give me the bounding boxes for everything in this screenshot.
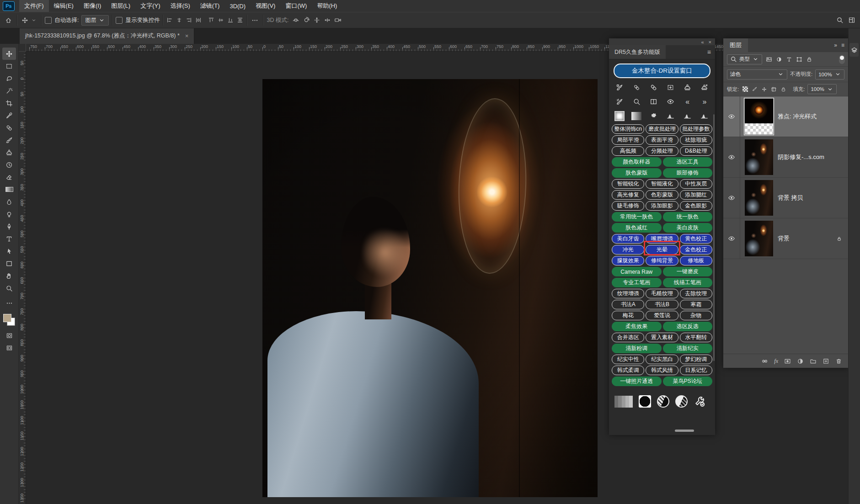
plugin-button-r1-c2[interactable]: 磨皮批处理	[646, 124, 678, 134]
plugin-button-r13-c3[interactable]: 修地板	[680, 256, 712, 265]
plugin-horizontal-scrollbar[interactable]	[675, 430, 694, 432]
layer-thumbnail[interactable]	[745, 99, 773, 134]
color-swatches[interactable]	[3, 314, 15, 326]
plugin-split-view-icon[interactable]	[648, 98, 658, 106]
plugin-preset-black-icon[interactable]	[639, 395, 651, 408]
marquee-tool[interactable]	[2, 60, 16, 72]
layer-visibility-eye-icon[interactable]	[723, 137, 740, 177]
plugin-button-r22-c3[interactable]: 梦幻粉调	[680, 355, 712, 364]
collapsed-layers-panel-icon[interactable]	[849, 43, 859, 57]
current-tool-icon[interactable]	[20, 16, 30, 25]
filter-shape-icon[interactable]	[796, 56, 802, 63]
plugin-button-r20-c1[interactable]: 合并选区	[612, 333, 644, 342]
align-middle-icon[interactable]	[218, 17, 224, 23]
layer-thumbnail[interactable]	[745, 221, 773, 256]
close-panel-icon[interactable]: ×	[709, 39, 711, 45]
rectangle-tool[interactable]	[2, 257, 16, 270]
plugin-panel-titlebar[interactable]: « ×	[609, 38, 715, 45]
plugin-button-r12-c1[interactable]: 冲光	[612, 245, 644, 255]
auto-select-checkbox[interactable]	[45, 17, 52, 24]
filter-smart-object-icon[interactable]	[806, 56, 812, 63]
quick-mask-icon[interactable]	[2, 329, 16, 342]
plugin-button-r3-c2[interactable]: 分频处理	[646, 146, 678, 156]
pen-tool[interactable]	[2, 220, 16, 233]
lock-pixels-icon[interactable]	[752, 86, 758, 92]
plugin-panel-menu-icon[interactable]: ≡	[703, 45, 715, 59]
layer-filter-dropdown[interactable]: 类型	[727, 54, 762, 64]
lasso-tool[interactable]	[2, 72, 16, 85]
layer-visibility-eye-icon[interactable]	[723, 178, 740, 218]
lock-transparency-icon[interactable]	[742, 86, 748, 92]
plugin-zoom-tool-icon[interactable]	[631, 98, 641, 106]
crop-tool[interactable]	[2, 97, 16, 109]
plugin-button-r8-c3[interactable]: 金色眼影	[680, 201, 712, 211]
auto-select-target-dropdown[interactable]: 图层	[81, 15, 109, 26]
plugin-clone-source-icon[interactable]	[700, 84, 710, 91]
new-layer-icon[interactable]	[823, 358, 829, 365]
plugin-button-r17-c3[interactable]: 寒霜	[680, 300, 712, 309]
plugin-button-r16-c3[interactable]: 去除纹理	[680, 289, 712, 298]
plugin-button-r18-c2[interactable]: 爱莲说	[646, 311, 678, 320]
plugin-button-r14-c1[interactable]: Camera Raw	[612, 267, 662, 276]
plugin-button-r9-c1[interactable]: 常用统一肤色	[612, 212, 662, 222]
plugin-button-r18-c1[interactable]: 梅花	[612, 311, 644, 320]
plugin-panel-tab[interactable]: DR5久鱼多功能版	[609, 45, 666, 59]
layers-tab[interactable]: 图层	[723, 38, 748, 52]
plugin-preset-hatch-a-icon[interactable]	[657, 395, 669, 408]
layer-name[interactable]: 雅点: 冲光样式	[778, 112, 849, 121]
align-left-icon[interactable]	[166, 17, 173, 23]
filter-adjustment-icon[interactable]	[776, 56, 782, 63]
type-tool[interactable]	[2, 233, 16, 245]
plugin-button-r17-c2[interactable]: 书法B	[646, 300, 678, 309]
layer-thumbnail[interactable]	[745, 139, 773, 175]
zoom-tool[interactable]	[2, 282, 16, 294]
plugin-button-r21-c1[interactable]: 清新粉调	[612, 344, 662, 353]
blend-mode-dropdown[interactable]: 滤色	[727, 69, 787, 80]
lock-artboard-icon[interactable]	[771, 86, 777, 92]
clone-stamp-tool[interactable]	[2, 146, 16, 159]
menu-item-1[interactable]: 编辑(E)	[49, 0, 79, 12]
plugin-button-r8-c2[interactable]: 添加眼影	[646, 201, 678, 211]
menu-item-0[interactable]: 文件(F)	[19, 0, 49, 12]
blur-tool[interactable]	[2, 196, 16, 208]
menu-item-5[interactable]: 选择(S)	[165, 0, 195, 12]
plugin-histogram-icon[interactable]	[666, 112, 676, 120]
lock-all-icon[interactable]	[780, 86, 786, 92]
plugin-settings-button[interactable]: 金木整合-DR设置窗口	[614, 64, 710, 78]
plugin-button-r19-c2[interactable]: 选区反选	[663, 322, 713, 331]
plugin-button-r24-c2[interactable]: 菜鸟PS论坛	[663, 377, 713, 386]
new-group-icon[interactable]	[810, 358, 817, 365]
align-bottom-icon[interactable]	[227, 17, 234, 23]
layer-row-4[interactable]: 背景	[723, 218, 849, 259]
canvas-document-image[interactable]	[262, 79, 598, 497]
plugin-button-r5-c1[interactable]: 肤色蒙版	[612, 168, 662, 178]
collapse-panel-chevrons-icon[interactable]: »	[834, 42, 837, 48]
plugin-button-r1-c1[interactable]: 整体润饰cn	[612, 124, 644, 134]
photoshop-logo-icon[interactable]: Ps	[3, 1, 15, 11]
plugin-button-r2-c3[interactable]: 祛除瑕疵	[680, 135, 712, 145]
align-top-icon[interactable]	[208, 17, 214, 23]
filter-type-icon[interactable]	[786, 56, 792, 63]
layer-style-fx-icon[interactable]: fx	[774, 358, 778, 365]
layer-name[interactable]: 背景 拷贝	[778, 194, 849, 202]
layer-name[interactable]: 背景	[778, 234, 836, 243]
lock-position-icon[interactable]	[761, 86, 767, 92]
menu-item-4[interactable]: 文字(Y)	[135, 0, 165, 12]
gradient-tool[interactable]	[2, 183, 16, 196]
plugin-button-r11-c1[interactable]: 美白牙齿	[612, 234, 644, 244]
opacity-field[interactable]: 100%	[815, 69, 844, 80]
plugin-button-r23-c1[interactable]: 韩式柔调	[612, 366, 644, 375]
plugin-blend-brush-icon[interactable]	[614, 98, 625, 106]
plugin-red-eye-icon[interactable]	[666, 98, 676, 106]
history-brush-tool[interactable]	[2, 159, 16, 171]
home-icon[interactable]	[4, 16, 13, 25]
plugin-button-r12-c2[interactable]: 光晕	[646, 245, 678, 255]
layer-visibility-eye-icon[interactable]	[723, 96, 740, 137]
screen-mode-icon[interactable]	[2, 342, 16, 354]
plugin-splash-icon[interactable]	[648, 112, 658, 120]
plugin-button-r19-c1[interactable]: 柔焦效果	[612, 322, 662, 331]
plugin-histogram-icon[interactable]	[700, 112, 710, 120]
show-transform-checkbox[interactable]	[116, 17, 123, 24]
plugin-button-r10-c1[interactable]: 肤色减红	[612, 223, 662, 233]
delete-layer-icon[interactable]	[835, 358, 842, 365]
